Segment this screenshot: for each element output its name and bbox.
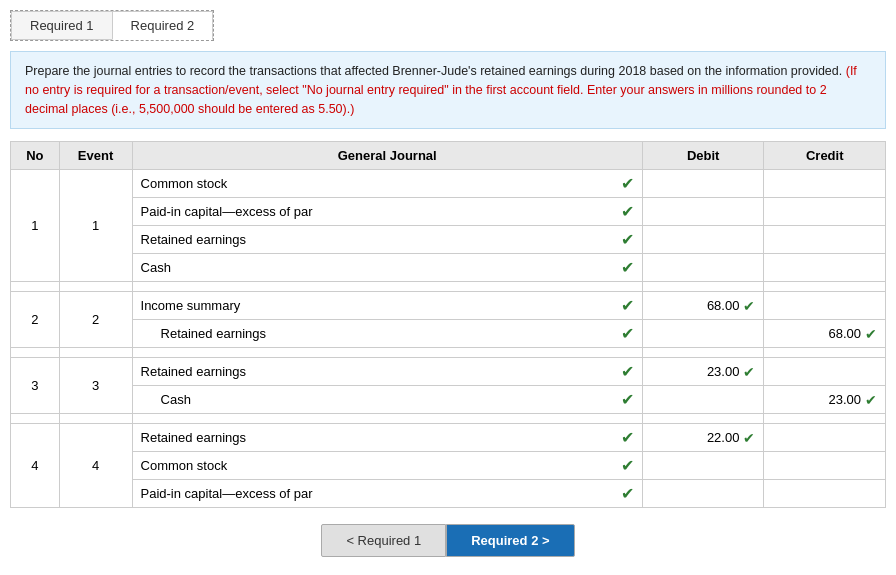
tab-required1[interactable]: Required 1 [11, 11, 112, 40]
navigation-buttons: Required 1 Required 2 [10, 524, 886, 557]
entry-gj-cash-3: Cash ✔ [132, 386, 642, 414]
table-row: 4 4 Retained earnings ✔ 22.00 ✔ [11, 424, 886, 452]
check-icon: ✔ [621, 484, 634, 503]
entry-debit-3a: 23.00 ✔ [642, 358, 764, 386]
entry-gj-paid-in-4: Paid-in capital—excess of par ✔ [132, 480, 642, 508]
check-icon: ✔ [621, 456, 634, 475]
check-icon: ✔ [743, 364, 755, 380]
entry-debit-4c [642, 480, 764, 508]
entry-credit-1b [764, 198, 886, 226]
entry-gj-retained-3: Retained earnings ✔ [132, 358, 642, 386]
check-icon: ✔ [743, 298, 755, 314]
entry-event-3: 3 [59, 358, 132, 414]
entry-gj-retained-1: Retained earnings ✔ [132, 226, 642, 254]
spacer-row [11, 282, 886, 292]
table-row: 2 2 Income summary ✔ 68.00 ✔ [11, 292, 886, 320]
col-header-no: No [11, 142, 60, 170]
check-icon: ✔ [621, 296, 634, 315]
table-row: Cash ✔ [11, 254, 886, 282]
entry-gj-common-stock-4: Common stock ✔ [132, 452, 642, 480]
tabs-container: Required 1 Required 2 [10, 10, 214, 41]
check-icon: ✔ [621, 202, 634, 221]
entry-credit-1a [764, 170, 886, 198]
check-icon: ✔ [621, 324, 634, 343]
entry-gj-retained-4: Retained earnings ✔ [132, 424, 642, 452]
journal-table: No Event General Journal Debit Credit 1 … [10, 141, 886, 508]
entry-debit-1d [642, 254, 764, 282]
entry-event-1: 1 [59, 170, 132, 282]
table-row: Common stock ✔ [11, 452, 886, 480]
table-row: Paid-in capital—excess of par ✔ [11, 480, 886, 508]
check-icon: ✔ [621, 230, 634, 249]
prev-button[interactable]: Required 1 [321, 524, 446, 557]
entry-debit-4b [642, 452, 764, 480]
table-row: Retained earnings ✔ 68.00 ✔ [11, 320, 886, 348]
entry-credit-4b [764, 452, 886, 480]
check-icon: ✔ [621, 428, 634, 447]
entry-debit-2b [642, 320, 764, 348]
entry-credit-2b: 68.00 ✔ [764, 320, 886, 348]
check-icon: ✔ [621, 362, 634, 381]
table-row: Retained earnings ✔ [11, 226, 886, 254]
col-header-credit: Credit [764, 142, 886, 170]
instructions-box: Prepare the journal entries to record th… [10, 51, 886, 129]
entry-credit-4a [764, 424, 886, 452]
entry-debit-1a [642, 170, 764, 198]
entry-gj-common-stock: Common stock ✔ [132, 170, 642, 198]
spacer-row [11, 348, 886, 358]
entry-gj-income-summary: Income summary ✔ [132, 292, 642, 320]
check-icon: ✔ [621, 174, 634, 193]
entry-credit-3b: 23.00 ✔ [764, 386, 886, 414]
table-row: 1 1 Common stock ✔ [11, 170, 886, 198]
entry-no-1: 1 [11, 170, 60, 282]
entry-gj-cash-1: Cash ✔ [132, 254, 642, 282]
check-icon: ✔ [865, 326, 877, 342]
check-icon: ✔ [621, 258, 634, 277]
entry-debit-3b [642, 386, 764, 414]
entry-credit-4c [764, 480, 886, 508]
entry-debit-4a: 22.00 ✔ [642, 424, 764, 452]
entry-credit-1c [764, 226, 886, 254]
spacer-row [11, 414, 886, 424]
tab-required2[interactable]: Required 2 [112, 11, 214, 40]
entry-credit-3a [764, 358, 886, 386]
entry-debit-1c [642, 226, 764, 254]
check-icon: ✔ [621, 390, 634, 409]
instructions-main: Prepare the journal entries to record th… [25, 64, 846, 78]
table-row: 3 3 Retained earnings ✔ 23.00 ✔ [11, 358, 886, 386]
next-button[interactable]: Required 2 [446, 524, 574, 557]
entry-gj-paid-in-1: Paid-in capital—excess of par ✔ [132, 198, 642, 226]
entry-no-3: 3 [11, 358, 60, 414]
entry-event-4: 4 [59, 424, 132, 508]
check-icon: ✔ [865, 392, 877, 408]
entry-debit-2a: 68.00 ✔ [642, 292, 764, 320]
entry-credit-1d [764, 254, 886, 282]
col-header-gj: General Journal [132, 142, 642, 170]
table-row: Paid-in capital—excess of par ✔ [11, 198, 886, 226]
col-header-event: Event [59, 142, 132, 170]
entry-no-2: 2 [11, 292, 60, 348]
entry-credit-2a [764, 292, 886, 320]
entry-event-2: 2 [59, 292, 132, 348]
entry-gj-retained-2: Retained earnings ✔ [132, 320, 642, 348]
table-row: Cash ✔ 23.00 ✔ [11, 386, 886, 414]
entry-debit-1b [642, 198, 764, 226]
col-header-debit: Debit [642, 142, 764, 170]
check-icon: ✔ [743, 430, 755, 446]
entry-no-4: 4 [11, 424, 60, 508]
